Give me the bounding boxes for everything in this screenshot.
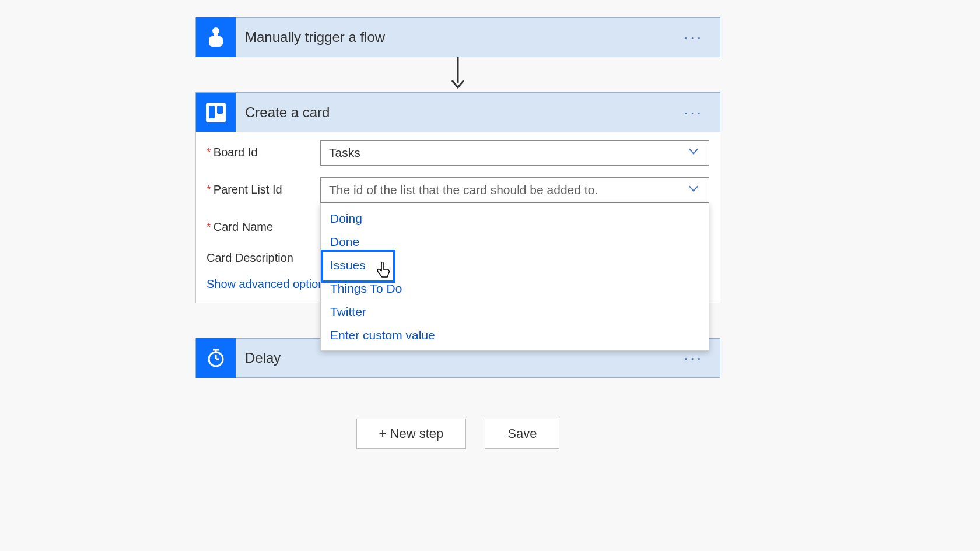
parent-list-dropdown: Doing Done Issues Things To Do Twitter E… <box>320 203 709 351</box>
delay-title: Delay <box>236 350 720 366</box>
parent-list-label: *Parent List Id <box>206 177 320 196</box>
trigger-card[interactable]: Manually trigger a flow ··· <box>195 17 720 57</box>
parent-list-row: *Parent List Id The id of the list that … <box>206 177 709 203</box>
svg-rect-4 <box>217 106 223 114</box>
flow-canvas: Manually trigger a flow ··· Create a car… <box>195 0 720 378</box>
board-id-label: *Board Id <box>206 140 320 159</box>
card-desc-label: Card Description <box>206 245 320 265</box>
chevron-down-icon <box>687 183 700 198</box>
trigger-more-icon[interactable]: ··· <box>684 29 704 47</box>
delay-icon <box>196 338 236 378</box>
new-step-button[interactable]: + New step <box>356 419 467 449</box>
dropdown-option-custom[interactable]: Enter custom value <box>321 324 709 347</box>
dropdown-option-twitter[interactable]: Twitter <box>321 300 709 324</box>
manual-trigger-icon <box>196 17 236 57</box>
board-id-select[interactable]: Tasks <box>320 140 709 166</box>
trigger-title: Manually trigger a flow <box>236 29 720 45</box>
chevron-down-icon <box>687 145 700 161</box>
parent-list-select[interactable]: The id of the list that the card should … <box>320 177 709 203</box>
dropdown-option-things-to-do[interactable]: Things To Do <box>321 277 709 300</box>
delay-more-icon[interactable]: ··· <box>684 349 704 367</box>
save-button[interactable]: Save <box>485 419 559 449</box>
create-card-body: *Board Id Tasks *Parent List Id The id o… <box>195 132 720 303</box>
connector-arrow <box>195 57 720 92</box>
dropdown-option-doing[interactable]: Doing <box>321 207 709 230</box>
dropdown-option-done[interactable]: Done <box>321 230 709 254</box>
create-card-header[interactable]: Create a card ··· <box>195 92 720 132</box>
create-card-more-icon[interactable]: ··· <box>684 103 704 121</box>
trello-icon <box>196 93 236 132</box>
dropdown-option-issues[interactable]: Issues <box>321 254 709 277</box>
footer-actions: + New step Save <box>195 419 720 449</box>
svg-rect-3 <box>209 106 215 118</box>
card-name-label: *Card Name <box>206 215 320 234</box>
board-id-row: *Board Id Tasks <box>206 140 709 166</box>
create-card-title: Create a card <box>236 104 720 121</box>
